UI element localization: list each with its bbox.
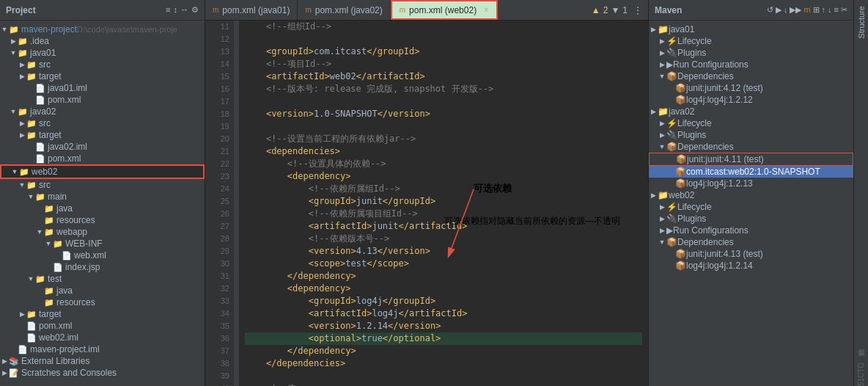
label-web02-test-resources: resources [56, 297, 95, 307]
line-num-23: 23 [205, 170, 234, 183]
maven-icon-m[interactable]: m [803, 5, 810, 15]
label-web02-iml: web02.iml [39, 332, 78, 343]
maven-item-java02-deps[interactable]: ▼ 📦 Dependencies [649, 141, 853, 153]
maven-icon-grid[interactable]: ⊞ [813, 5, 820, 15]
tree-item-java01-src[interactable]: ▶ 📁 src [0, 59, 205, 70]
maven-item-java02-web02[interactable]: 📦 com.itcast:web02:1.0-SNAPSHOT [649, 166, 853, 178]
sidebar-icon-1[interactable]: ≡ [166, 5, 170, 15]
tree-item-web02-test[interactable]: ▼ 📁 test [0, 273, 205, 285]
tree-item-maven-project-iml[interactable]: 📄 maven-project.iml [0, 343, 205, 355]
tree-item-java02-pom[interactable]: 📄 pom.xml [0, 153, 205, 164]
sidebar-icon-2[interactable]: ↕ [174, 5, 178, 15]
tree-item-java01-target[interactable]: ▶ 📁 target [0, 70, 205, 82]
tree-item-web02-main[interactable]: ▼ 📁 main [0, 191, 205, 203]
sidebar-icon-4[interactable]: ⚙ [191, 5, 199, 15]
line-num-35: 35 [205, 320, 234, 332]
tree-item-idea[interactable]: ▶ 📁 .idea [0, 35, 205, 47]
maven-item-java01[interactable]: ▶ 📁 java01 [649, 23, 853, 35]
maven-icon-run[interactable]: ▶ [776, 5, 781, 15]
editor-content: 11 12 13 14 15 16 17 18 19 20 21 22 23 2… [205, 21, 648, 386]
maven-item-java02-junit[interactable]: 📦 junit:junit:4.11 (test) [649, 153, 853, 166]
tab-pom-java02[interactable]: m pom.xml (java02) [298, 0, 390, 20]
maven-icon-skip[interactable]: ▶▶ [790, 5, 801, 15]
maven-icon-refresh[interactable]: ↺ [767, 5, 773, 15]
folder-icon-maven-project: 📁 [9, 25, 19, 34]
tree-item-web02-webxml[interactable]: 📄 web.xml [0, 250, 205, 261]
maven-panel-icons: ↺ ▶ ↓ ▶▶ m ⊞ ↑ ↓ ≡ ✂ [767, 5, 847, 15]
maven-item-java01-lifecycle[interactable]: ▶ ⚡ Lifecycle [649, 35, 853, 47]
sidebar-icon-3[interactable]: ↔ [180, 5, 188, 15]
tree-item-java02-src[interactable]: ▶ 📁 src [0, 117, 205, 129]
sidebar-header-icons: ≡ ↕ ↔ ⚙ [166, 5, 199, 15]
maven-item-java02-lifecycle[interactable]: ▶ ⚡ Lifecycle [649, 117, 853, 129]
tag-30b: scope [378, 258, 404, 270]
maven-item-web02[interactable]: ▶ 📁 web02 [649, 189, 853, 201]
folder-icon-web02-target: 📁 [26, 310, 37, 319]
tag-37a: dependency [298, 345, 350, 357]
maven-item-java01-deps[interactable]: ▼ 📦 Dependencies [649, 70, 853, 82]
tab-close-pom-web02[interactable]: ✕ [483, 6, 489, 14]
tree-item-web02-target[interactable]: ▶ 📁 target [0, 308, 205, 320]
tree-item-web02[interactable]: ▼ 📁 web02 [0, 164, 205, 179]
tree-item-java02-iml[interactable]: 📄 java02.iml [0, 141, 205, 153]
line-num-26: 26 [205, 208, 234, 220]
line-num-20: 20 [205, 133, 234, 145]
maven-item-java01-plugins[interactable]: ▶ 🔌 Plugins [649, 47, 853, 59]
tree-item-java01-iml[interactable]: 📄 java01.iml [0, 82, 205, 94]
tree-item-web02-webinf[interactable]: ▼ 📁 WEB-INF [0, 238, 205, 250]
maven-run-icon-java01: ▶ [666, 59, 673, 70]
tree-item-web02-java[interactable]: 📁 java [0, 203, 205, 214]
tree-item-external-libraries[interactable]: ▶ 📚 External Libraries [0, 355, 205, 367]
iml-icon-web02: 📄 [26, 333, 37, 343]
code-editor[interactable]: <!--组织Id--> <groupId>com.itcast</groupId… [239, 21, 648, 386]
bracket-25b: > [351, 195, 356, 208]
tree-item-web02-test-java[interactable]: 📁 java [0, 285, 205, 296]
maven-item-web02-plugins[interactable]: ▶ 🔌 Plugins [649, 213, 853, 225]
tree-item-web02-src[interactable]: ▼ 📁 src [0, 179, 205, 191]
tab-pom-web02[interactable]: m pom.xml (web02) ✕ [391, 0, 498, 20]
maven-item-web02-deps[interactable]: ▼ 📦 Dependencies [649, 236, 853, 248]
tree-item-web02-indexjsp[interactable]: 📄 index.jsp [0, 261, 205, 273]
maven-item-web02-junit[interactable]: 📦 junit:junit:4.13 (test) [649, 248, 853, 260]
maven-item-java02-plugins[interactable]: ▶ 🔌 Plugins [649, 129, 853, 141]
maven-item-java02[interactable]: ▶ 📁 java02 [649, 106, 853, 117]
maven-item-web02-runconf[interactable]: ▶ ▶ Run Configurations [649, 225, 853, 236]
maven-item-java01-runconf[interactable]: ▶ ▶ Run Configurations [649, 59, 853, 70]
maven-item-web02-log4j[interactable]: 📦 log4j:log4j:1.2.14 [649, 260, 853, 272]
tree-item-web02-test-resources[interactable]: 📁 resources [0, 296, 205, 308]
maven-item-java01-junit[interactable]: 📦 junit:junit:4.12 (test) [649, 82, 853, 94]
arrow-web02-target: ▶ [18, 310, 26, 318]
arrow-web02-test: ▼ [26, 275, 35, 283]
label-external-libraries: External Libraries [21, 356, 89, 366]
tree-item-scratches[interactable]: ▶ 📝 Scratches and Consoles [0, 367, 205, 379]
bracket-27b: > [367, 220, 372, 233]
tree-item-web02-resources[interactable]: 📁 resources [0, 214, 205, 226]
tree-item-web02-webapp[interactable]: ▼ 📁 webapp [0, 226, 205, 238]
tab-pom-java01[interactable]: m pom.xml (java01) [205, 0, 298, 20]
maven-arrow-java02-lifecycle: ▶ [658, 120, 666, 127]
maven-icon-cut[interactable]: ✂ [841, 5, 847, 15]
tag-36b: optional [393, 332, 435, 345]
tab-settings-icon[interactable]: ⋮ [633, 5, 642, 15]
tree-item-java02[interactable]: ▼ 📁 java02 [0, 106, 205, 117]
maven-icon-menu[interactable]: ≡ [834, 5, 839, 15]
tree-item-maven-project[interactable]: ▼ 📁 maven-project D:\code\javase\maven-p… [0, 23, 205, 35]
maven-icon-up[interactable]: ↑ [822, 5, 826, 15]
structure-tab[interactable]: Structure [856, 3, 867, 42]
tree-item-web02-pom[interactable]: 📄 pom.xml [0, 320, 205, 332]
maven-label-web02-deps: Dependencies [677, 237, 734, 247]
line-num-27: 27 [205, 220, 234, 233]
maven-item-web02-lifecycle[interactable]: ▶ ⚡ Lifecycle [649, 201, 853, 213]
maven-item-java01-log4j[interactable]: 📦 log4j:log4j:1.2.12 [649, 94, 853, 106]
tree-item-java02-target[interactable]: ▶ 📁 target [0, 129, 205, 141]
line-num-18: 18 [205, 108, 234, 120]
tag-36a: optional [314, 332, 356, 345]
maven-icon-dn[interactable]: ↓ [828, 5, 832, 15]
maven-item-java02-log4j[interactable]: 📦 log4j:log4j:1.2.13 [649, 178, 853, 189]
maven-deps-icon-java02: 📦 [666, 142, 677, 152]
tree-item-web02-iml[interactable]: 📄 web02.iml [0, 332, 205, 343]
maven-dep-icon-java02-web02: 📦 [675, 167, 686, 177]
maven-icon-download[interactable]: ↓ [784, 5, 788, 15]
tree-item-java01-pom[interactable]: 📄 pom.xml [0, 94, 205, 106]
tree-item-java01[interactable]: ▼ 📁 java01 [0, 47, 205, 59]
